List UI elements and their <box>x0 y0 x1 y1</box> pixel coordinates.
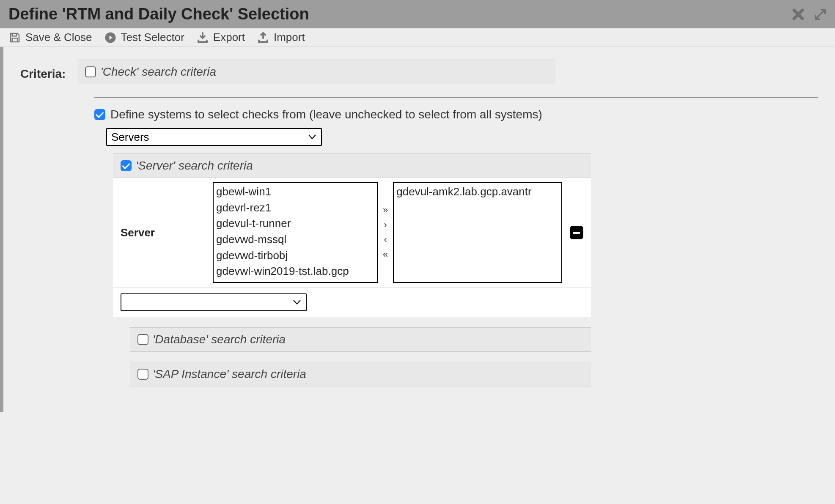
import-button[interactable]: Import <box>257 31 305 44</box>
export-button[interactable]: Export <box>196 31 245 44</box>
dialog-body: Criteria: 'Check' search criteria Define… <box>0 47 835 412</box>
systems-type-select[interactable]: Servers <box>106 128 322 146</box>
list-item[interactable]: gbewl-win1 <box>216 184 374 200</box>
server-criteria-label: 'Server' search criteria <box>136 159 253 173</box>
toolbar: Save & Close Test Selector Export Import <box>0 28 835 47</box>
divider <box>94 97 818 98</box>
sap-criteria-checkbox[interactable] <box>137 369 148 380</box>
move-left-button[interactable]: ‹ <box>383 233 388 247</box>
server-column-label: Server <box>121 226 209 239</box>
move-right-button[interactable]: › <box>383 219 388 232</box>
list-item[interactable]: gdevul-t-runner <box>216 216 374 232</box>
server-dual-list: Server gbewl-win1gdevrl-rez1gdevul-t-run… <box>113 178 591 287</box>
list-item[interactable]: gdevwd-mssql <box>216 232 374 248</box>
play-circle-icon <box>104 31 117 44</box>
database-criteria-row[interactable]: 'Database' search criteria <box>130 327 591 352</box>
define-systems-label: Define systems to select checks from (le… <box>110 108 542 121</box>
export-label: Export <box>213 31 245 44</box>
remove-criteria-button[interactable] <box>570 226 583 239</box>
list-item[interactable]: gdevwd-tirbobj <box>216 248 374 264</box>
dialog-title: Define 'RTM and Daily Check' Selection <box>8 5 783 23</box>
close-icon[interactable] <box>791 7 805 22</box>
list-item[interactable]: gdevwl-win2019-tst.lab.gcp <box>216 263 374 279</box>
define-systems-row: Define systems to select checks from (le… <box>94 108 818 121</box>
selected-servers-list[interactable]: gdevul-amk2.lab.gcp.avantr <box>393 182 562 283</box>
check-criteria-checkbox[interactable] <box>85 66 96 77</box>
sap-criteria-row[interactable]: 'SAP Instance' search criteria <box>130 362 591 386</box>
export-icon <box>196 31 209 44</box>
expand-icon[interactable] <box>814 8 827 21</box>
add-criteria-select[interactable] <box>121 293 307 311</box>
save-icon <box>8 31 21 44</box>
save-close-label: Save & Close <box>25 31 92 44</box>
title-bar: Define 'RTM and Daily Check' Selection <box>0 0 835 28</box>
import-label: Import <box>274 31 305 44</box>
check-criteria-label: 'Check' search criteria <box>100 65 216 79</box>
save-close-button[interactable]: Save & Close <box>8 31 92 44</box>
move-buttons: » › ‹ « <box>381 204 390 261</box>
criteria-label: Criteria: <box>20 60 66 81</box>
server-criteria-checkbox[interactable] <box>121 160 132 171</box>
import-icon <box>257 31 269 44</box>
test-selector-label: Test Selector <box>121 31 184 44</box>
database-criteria-label: 'Database' search criteria <box>153 333 286 346</box>
list-item[interactable]: gdevrl-rez1 <box>216 200 374 216</box>
sap-criteria-label: 'SAP Instance' search criteria <box>153 367 306 381</box>
test-selector-button[interactable]: Test Selector <box>104 31 184 44</box>
server-criteria-row[interactable]: 'Server' search criteria <box>113 153 591 178</box>
dialog-frame: Define 'RTM and Daily Check' Selection S… <box>0 0 835 412</box>
define-systems-checkbox[interactable] <box>94 109 105 120</box>
move-all-right-button[interactable]: » <box>383 204 388 217</box>
check-criteria-row[interactable]: 'Check' search criteria <box>77 60 555 84</box>
database-criteria-checkbox[interactable] <box>137 334 148 345</box>
available-servers-list[interactable]: gbewl-win1gdevrl-rez1gdevul-t-runnergdev… <box>213 182 378 283</box>
list-item[interactable]: gdevul-amk2.lab.gcp.avantr <box>396 184 559 200</box>
move-all-left-button[interactable]: « <box>383 248 388 261</box>
add-criteria-row <box>113 287 591 317</box>
